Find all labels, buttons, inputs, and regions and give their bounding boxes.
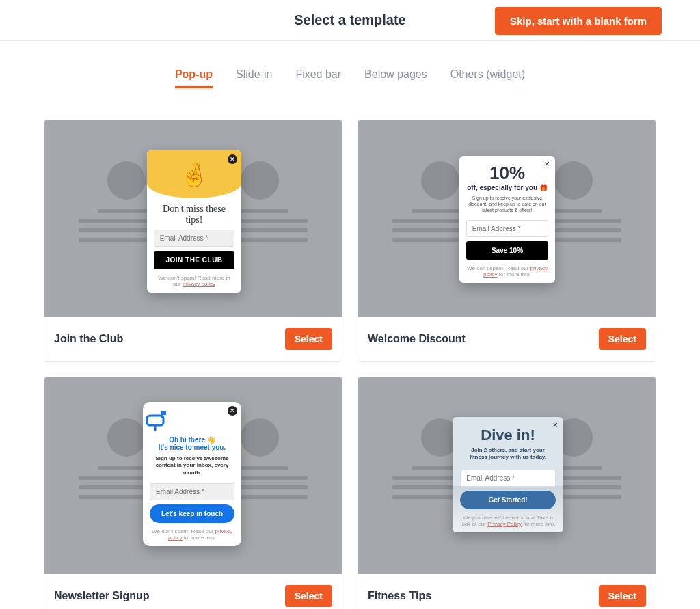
popup-preview: ✕ Oh hi there 👋 It's nice to meet you. S… <box>143 402 241 546</box>
popup-cta: Let's keep in touch <box>150 504 234 523</box>
template-title: Welcome Discount <box>368 333 466 345</box>
tab-slidein[interactable]: Slide-in <box>236 68 272 88</box>
popup-cta: Save 10% <box>466 241 548 260</box>
popup-fineprint: We don't spam! Read more in our privacy … <box>147 275 241 293</box>
select-button[interactable]: Select <box>599 585 646 607</box>
popup-cta: Get Started! <box>460 491 555 509</box>
popup-description: Sign up to receive awesome content in yo… <box>143 455 241 479</box>
template-card-fitness-tips: × Dive in! Join 2 others, and start your… <box>358 377 656 609</box>
popup-preview: × 10% off, especially for you 🎁 Sign up … <box>459 156 555 283</box>
template-card-newsletter-signup: ✕ Oh hi there 👋 It's nice to meet you. S… <box>44 377 342 609</box>
template-title: Join the Club <box>54 333 123 345</box>
tab-belowpages[interactable]: Below pages <box>364 68 427 88</box>
template-card-welcome-discount: × 10% off, especially for you 🎁 Sign up … <box>358 120 656 362</box>
template-card-join-the-club: ✕ 🤞 Don't miss these tips! JOIN THE CLUB… <box>44 120 342 362</box>
page-title: Select a template <box>294 12 405 28</box>
close-icon: ✕ <box>228 154 237 164</box>
popup-fineprint: We promise we'll never spam! Take a look… <box>453 515 563 532</box>
popup-headline: Dive in! <box>453 427 563 444</box>
template-preview: ✕ 🤞 Don't miss these tips! JOIN THE CLUB… <box>44 120 342 317</box>
select-button[interactable]: Select <box>285 585 332 607</box>
template-footer: Join the Club Select <box>44 317 342 361</box>
popup-hi: Oh hi there 👋 <box>143 436 241 444</box>
popup-nice: It's nice to meet you. <box>143 444 241 451</box>
template-footer: Welcome Discount Select <box>358 317 656 361</box>
popup-cta: JOIN THE CLUB <box>154 251 235 269</box>
template-preview: × Dive in! Join 2 others, and start your… <box>358 377 656 574</box>
tab-others[interactable]: Others (widget) <box>450 68 525 88</box>
mailbox-icon <box>143 411 241 432</box>
popup-description: Join 2 others, and start your fitness jo… <box>453 447 563 465</box>
tab-fixedbar[interactable]: Fixed bar <box>295 68 341 88</box>
skip-button[interactable]: Skip, start with a blank form <box>495 7 662 35</box>
select-button[interactable]: Select <box>285 328 332 350</box>
template-title: Newsletter Signup <box>54 590 150 602</box>
email-input <box>460 470 555 487</box>
template-preview: × 10% off, especially for you 🎁 Sign up … <box>358 120 656 317</box>
wave-icon: 👋 <box>207 436 215 444</box>
close-icon: ✕ <box>228 406 237 416</box>
popup-headline: 10% <box>459 163 555 184</box>
popup-preview: ✕ 🤞 Don't miss these tips! JOIN THE CLUB… <box>147 150 241 293</box>
template-tabs: Pop-up Slide-in Fixed bar Below pages Ot… <box>0 41 700 95</box>
template-footer: Newsletter Signup Select <box>44 574 342 609</box>
close-icon: × <box>552 420 558 430</box>
email-input <box>466 220 548 237</box>
email-input <box>154 230 235 247</box>
template-preview: ✕ Oh hi there 👋 It's nice to meet you. S… <box>44 377 342 574</box>
template-footer: Fitness Tips Select <box>358 574 656 609</box>
popup-description: Sign up to receive your exclusive discou… <box>459 195 555 216</box>
gift-icon: 🎁 <box>539 184 548 191</box>
template-title: Fitness Tips <box>368 590 431 602</box>
popup-fineprint: We don't spam! Read our privacy policy f… <box>459 265 555 283</box>
template-grid: ✕ 🤞 Don't miss these tips! JOIN THE CLUB… <box>0 95 700 609</box>
select-button[interactable]: Select <box>599 328 646 350</box>
tab-popup[interactable]: Pop-up <box>175 68 213 88</box>
popup-heading: Don't miss these tips! <box>154 204 234 226</box>
email-input <box>150 483 234 500</box>
popup-subline: off, especially for you 🎁 <box>459 184 555 191</box>
popup-preview: × Dive in! Join 2 others, and start your… <box>453 417 563 532</box>
close-icon: × <box>544 159 550 169</box>
popup-fineprint: We don't spam! Read our privacy policy f… <box>143 528 241 546</box>
page-header: Select a template Skip, start with a bla… <box>0 0 700 41</box>
svg-rect-3 <box>161 411 166 415</box>
